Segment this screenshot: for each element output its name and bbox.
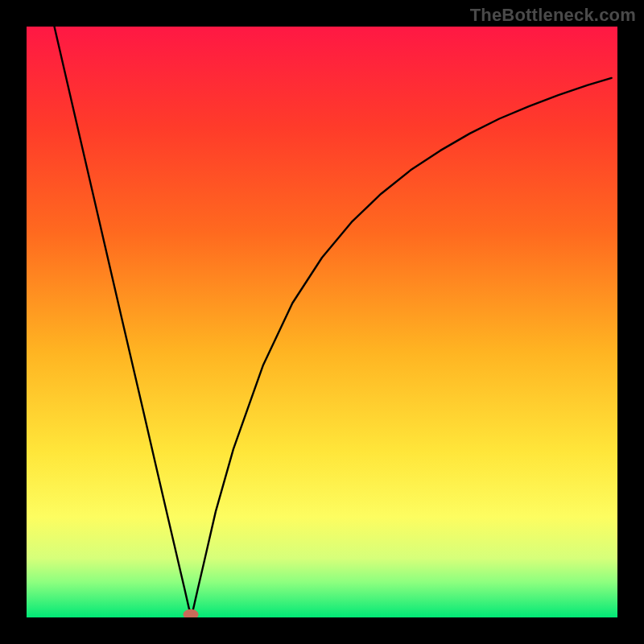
chart-frame: TheBottleneck.com [0,0,644,644]
gradient-background [27,27,617,617]
watermark-text: TheBottleneck.com [470,5,636,26]
plot-area [27,27,617,617]
chart-svg [27,27,617,617]
